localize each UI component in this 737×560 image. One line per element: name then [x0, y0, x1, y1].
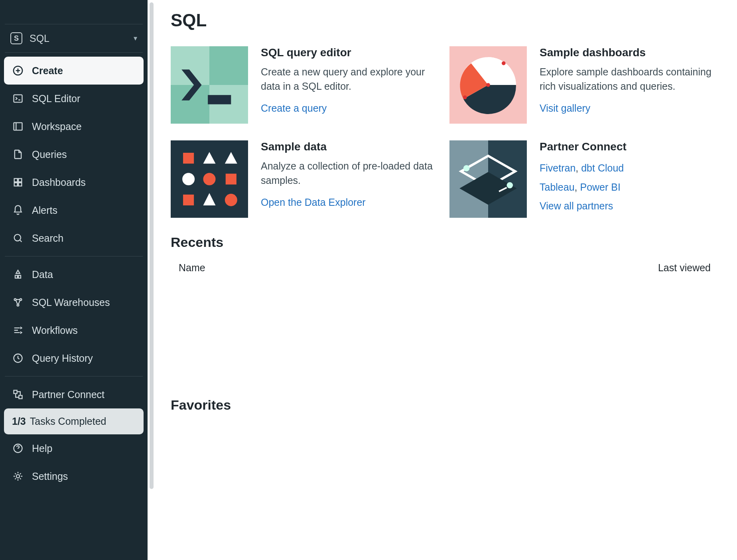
sidebar-item-label: Tasks Completed	[30, 416, 106, 426]
view-all-partners-link[interactable]: View all partners	[540, 200, 613, 211]
sidebar-item-help[interactable]: Help	[4, 434, 144, 462]
card-desc: Create a new query and explore your data…	[261, 65, 434, 94]
chevron-down-icon: ▾	[134, 34, 137, 43]
sidebar-item-search[interactable]: Search	[4, 224, 144, 252]
svg-rect-12	[14, 390, 17, 394]
partner-connect-illustration	[449, 140, 527, 218]
data-icon	[12, 268, 24, 280]
workspace-icon	[12, 120, 24, 132]
create-query-link[interactable]: Create a query	[261, 103, 327, 114]
bell-icon	[12, 204, 24, 216]
sidebar-item-partner-connect[interactable]: Partner Connect	[4, 381, 144, 408]
svg-rect-5	[14, 183, 18, 186]
partner-link-fivetran[interactable]: Fivetran	[540, 162, 575, 174]
card-desc: Explore sample dashboards containing ric…	[540, 65, 713, 94]
sidebar-item-label: Settings	[32, 471, 68, 481]
help-icon	[12, 442, 24, 454]
sidebar-item-dashboards[interactable]: Dashboards	[4, 168, 144, 196]
svg-point-31	[182, 173, 195, 185]
workflows-icon	[12, 324, 24, 336]
sidebar-item-label: Help	[32, 444, 52, 454]
tasks-count-badge: 1/3	[12, 416, 26, 426]
terminal-icon	[12, 93, 24, 105]
card-partner-connect: Partner Connect Fivetran, dbt Cloud Tabl…	[449, 140, 713, 218]
sample-dashboards-illustration	[449, 46, 527, 124]
svg-rect-17	[209, 46, 248, 85]
create-label: Create	[32, 66, 63, 76]
svg-rect-13	[19, 395, 22, 398]
clock-icon	[12, 352, 24, 364]
gear-icon	[12, 470, 24, 482]
sidebar-item-label: Workspace	[32, 122, 82, 132]
sidebar-item-label: Queries	[32, 150, 67, 160]
create-button[interactable]: Create	[4, 57, 144, 85]
partner-connect-icon	[12, 388, 24, 400]
svg-point-42	[507, 182, 513, 189]
favorites-heading: Favorites	[171, 397, 713, 413]
svg-rect-34	[183, 195, 194, 205]
sidebar-item-label: SQL Warehouses	[32, 298, 110, 308]
plus-circle-icon	[12, 65, 24, 77]
sample-data-illustration	[171, 140, 248, 218]
card-title: Partner Connect	[540, 140, 627, 153]
sidebar-item-settings[interactable]: Settings	[4, 462, 144, 490]
persona-label: SQL	[30, 33, 49, 44]
svg-point-8	[14, 299, 16, 301]
sidebar-item-label: Data	[32, 270, 53, 280]
search-icon	[12, 232, 24, 244]
svg-point-7	[14, 235, 21, 241]
sidebar-item-queries[interactable]: Queries	[4, 140, 144, 168]
svg-point-32	[203, 173, 215, 185]
recents-col-last-viewed: Last viewed	[658, 262, 711, 274]
recents-empty	[171, 274, 713, 393]
partner-link-tableau[interactable]: Tableau	[540, 181, 575, 193]
sql-editor-illustration	[171, 46, 248, 124]
svg-rect-2	[14, 123, 22, 130]
sidebar-item-label: Alerts	[32, 205, 57, 215]
card-desc: Analyze a collection of pre-loaded data …	[261, 159, 434, 188]
sidebar-item-label: Workflows	[32, 325, 78, 335]
dashboard-icon	[12, 176, 24, 188]
sidebar-item-tasks-completed[interactable]: 1/3 Tasks Completed	[4, 408, 144, 434]
card-sql-query-editor: SQL query editor Create a new query and …	[171, 46, 434, 124]
partner-link-dbt-cloud[interactable]: dbt Cloud	[581, 162, 624, 174]
persona-switcher[interactable]: S SQL ▾	[4, 28, 144, 48]
sidebar-item-label: SQL Editor	[32, 94, 80, 104]
sidebar-item-data[interactable]: Data	[4, 260, 144, 288]
card-title: SQL query editor	[261, 46, 434, 59]
svg-point-36	[225, 194, 237, 206]
sidebar-item-workflows[interactable]: Workflows	[4, 316, 144, 344]
svg-rect-6	[18, 183, 22, 186]
recents-heading: Recents	[171, 235, 713, 250]
svg-rect-3	[14, 179, 18, 182]
sidebar-item-workspace[interactable]: Workspace	[4, 112, 144, 140]
partner-links: Fivetran, dbt Cloud Tableau, Power BI Vi…	[540, 159, 627, 216]
sidebar-item-query-history[interactable]: Query History	[4, 344, 144, 372]
scrollbar[interactable]	[148, 0, 155, 560]
svg-point-9	[20, 299, 22, 301]
partner-link-power-bi[interactable]: Power BI	[580, 181, 620, 193]
svg-rect-4	[18, 179, 22, 182]
open-data-explorer-link[interactable]: Open the Data Explorer	[261, 197, 366, 208]
sidebar-item-label: Search	[32, 233, 63, 243]
persona-badge-icon: S	[10, 32, 22, 44]
sidebar-item-label: Dashboards	[32, 177, 86, 187]
document-icon	[12, 148, 24, 160]
page-title: SQL	[171, 10, 713, 30]
sidebar-item-label: Partner Connect	[32, 390, 104, 400]
sidebar-item-alerts[interactable]: Alerts	[4, 196, 144, 224]
svg-point-10	[17, 304, 19, 306]
svg-rect-33	[226, 174, 236, 184]
sidebar-item-sql-warehouses[interactable]: SQL Warehouses	[4, 288, 144, 316]
sidebar-item-sql-editor[interactable]: SQL Editor	[4, 85, 144, 112]
svg-point-26	[463, 95, 467, 99]
main-content: SQL SQL query editor Create a new query …	[155, 0, 737, 560]
svg-rect-1	[14, 95, 22, 103]
svg-point-25	[486, 83, 490, 87]
card-title: Sample dashboards	[540, 46, 713, 59]
svg-point-15	[16, 475, 20, 478]
card-sample-dashboards: Sample dashboards Explore sample dashboa…	[449, 46, 713, 124]
card-title: Sample data	[261, 140, 434, 153]
visit-gallery-link[interactable]: Visit gallery	[540, 103, 590, 114]
svg-rect-28	[183, 153, 194, 164]
